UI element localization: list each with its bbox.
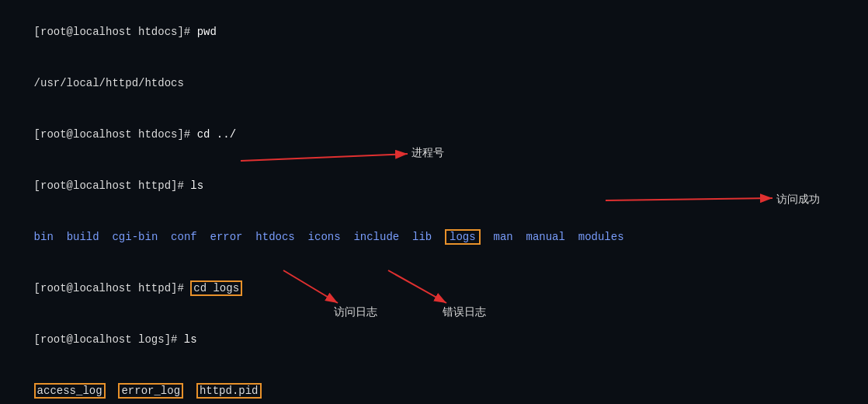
prompt-6: [root@localhost httpd]# [34,282,191,294]
cmd-1: pwd [197,26,217,38]
cmd-4: ls [190,179,203,192]
ls-cgibin: cgi-bin [112,231,158,243]
annotation-fangwen-log: 访问日志 [334,305,377,319]
line-7: [root@localhost logs]# ls [8,314,860,365]
line-8-ls: access_log error_log httpd.pid [8,365,860,404]
line-6: [root@localhost httpd]# cd logs [8,263,860,314]
ls-htdocs: htdocs [255,231,294,243]
ls-error-log: error_log [118,383,183,399]
annotation-fangwen-success: 访问成功 [776,193,820,207]
line-1: [root@localhost htdocs]# pwd [8,6,860,57]
line-2: /usr/local/httpd/htdocs [8,57,860,109]
ls-bin: bin [34,231,54,243]
cmd-7: ls [184,333,197,346]
ls-error: error [210,231,243,243]
annotation-jincheng: 进程号 [411,146,444,160]
ls-access-log: access_log [34,383,106,399]
line-5-ls: bin build cgi-bin conf error htdocs icon… [8,211,860,263]
prompt-1: [root@localhost htdocs]# [34,26,197,38]
ls-icons: icons [308,231,341,243]
ls-httpd-pid: httpd.pid [196,383,262,399]
line-4: [root@localhost httpd]# ls [8,160,860,211]
prompt-4: [root@localhost httpd]# [34,179,191,192]
prompt-3: [root@localhost htdocs]# [34,128,197,141]
ls-man: man [493,231,512,243]
cmd-3: cd ../ [197,128,236,141]
annotation-error-log: 错误日志 [443,305,486,319]
ls-logs: logs [445,229,481,245]
ls-include: include [353,231,399,243]
output-2: /usr/local/httpd/htdocs [34,77,184,89]
ls-modules: modules [578,231,624,243]
cmd-cdlogs: cd logs [190,280,242,296]
prompt-7: [root@localhost logs]# [34,333,184,346]
ls-conf: conf [171,231,197,243]
ls-manual: manual [526,231,565,243]
ls-lib: lib [412,231,432,243]
ls-build: build [67,231,99,243]
terminal: [root@localhost htdocs]# pwd /usr/local/… [0,0,868,404]
